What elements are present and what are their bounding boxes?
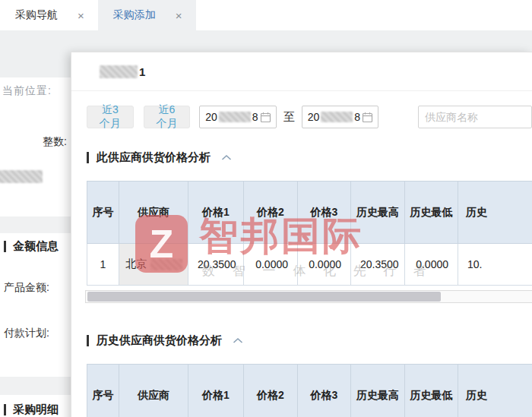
section-bar — [87, 335, 89, 346]
tab-procurement-add[interactable]: 采购添加 × — [98, 0, 196, 30]
col-header-price1: 价格1 — [188, 182, 244, 244]
field-label-integer: 整数: — [43, 135, 67, 149]
cell-index: 1 — [87, 244, 119, 286]
date-from-prefix: 20 — [205, 111, 217, 123]
date-to-input[interactable]: 20 8 — [302, 106, 378, 128]
date-to-prefix: 20 — [308, 111, 320, 123]
col-header-price3: 价格3 — [298, 365, 351, 417]
breadcrumb: 当前位置: — [2, 84, 52, 98]
section-current-supplier-analysis: 此供应商供货价格分析 — [87, 150, 532, 165]
last-3-months-button[interactable]: 近3个月 — [87, 106, 134, 128]
censored-date — [321, 112, 353, 122]
tab-label: 采购导航 — [15, 8, 58, 22]
horizontal-scrollbar-thumb[interactable] — [87, 292, 441, 302]
section-bar — [4, 241, 6, 252]
col-header-hist-min: 历史最低 — [405, 365, 458, 417]
tab-label: 采购添加 — [113, 8, 156, 22]
cell-supplier: 北京 — [119, 244, 188, 286]
col-header-hist-cut: 历史 — [458, 365, 532, 417]
calendar-icon[interactable] — [260, 112, 271, 123]
dialog-title: 1 — [71, 52, 532, 91]
col-header-hist-cut: 历史 — [458, 182, 532, 244]
date-to-suffix: 8 — [354, 111, 360, 123]
filter-row: 近3个月 近6个月 20 8 至 — [87, 106, 532, 128]
section-amount-info: 金额信息 — [4, 239, 59, 254]
col-header-price2: 价格2 — [244, 365, 298, 417]
col-header-supplier: 供应商 — [119, 365, 188, 417]
cell-price1: 20.3500 — [188, 244, 244, 286]
supplier-name-input[interactable] — [418, 106, 532, 128]
calendar-icon[interactable] — [362, 112, 373, 123]
section-bar — [4, 404, 6, 415]
col-header-price3: 价格3 — [298, 182, 351, 244]
table-row[interactable]: 1 北京 20.3500 0.0000 0.0000 20.3500 0.000… — [87, 244, 532, 286]
col-header-price1: 价格1 — [188, 365, 244, 417]
date-range-separator: 至 — [283, 110, 295, 125]
tab-procurement-nav[interactable]: 采购导航 × — [0, 0, 98, 30]
col-header-hist-min: 历史最低 — [405, 182, 458, 244]
price-analysis-dialog: 1 近3个月 近6个月 20 8 — [71, 52, 532, 417]
cell-hist-max: 20.3500 — [351, 244, 405, 286]
table-header-row: 序号 供应商 价格1 价格2 价格3 历史最高 历史最低 历史 — [87, 182, 532, 244]
censored-product-name — [100, 65, 138, 78]
col-header-price2: 价格2 — [244, 182, 298, 244]
section-history-supplier-analysis: 历史供应商供货价格分析 — [87, 333, 532, 348]
col-header-hist-max: 历史最高 — [351, 365, 405, 417]
dialog-title-suffix: 1 — [139, 65, 145, 78]
tab-close-icon[interactable]: × — [78, 10, 84, 21]
col-header-hist-max: 历史最高 — [351, 182, 405, 244]
tab-close-icon[interactable]: × — [176, 10, 182, 21]
screen: 采购导航 × 采购添加 × 当前位置: 整数: 金额信息 产品金额: 付款计划:… — [0, 0, 532, 417]
col-header-index: 序号 — [87, 365, 119, 417]
date-from-suffix: 8 — [252, 111, 258, 123]
cell-price2: 0.0000 — [244, 244, 298, 286]
dialog-body: 近3个月 近6个月 20 8 至 — [71, 91, 532, 417]
collapse-chevron-up-icon[interactable] — [221, 154, 232, 161]
censored-date — [219, 112, 251, 122]
history-supplier-price-table: 序号 供应商 价格1 价格2 价格3 历史最高 历史最低 历史 — [87, 364, 532, 417]
cell-hist-cut: 10. — [458, 244, 532, 286]
field-label-payment-plan: 付款计划: — [4, 327, 49, 340]
censored-supplier-name — [150, 259, 182, 270]
horizontal-scrollbar-track[interactable] — [85, 290, 532, 303]
col-header-supplier: 供应商 — [119, 182, 188, 244]
collapse-chevron-up-icon[interactable] — [233, 337, 243, 344]
cell-price3: 0.0000 — [298, 244, 351, 286]
section-bar — [87, 152, 89, 163]
date-from-input[interactable]: 20 8 — [199, 106, 276, 128]
cell-hist-min: 0.0000 — [405, 244, 458, 286]
section-purchase-detail: 采购明细 — [4, 403, 59, 417]
current-supplier-price-table: 序号 供应商 价格1 价格2 价格3 历史最高 历史最低 历史 1 北京 20.… — [87, 181, 532, 286]
censored-value — [0, 170, 43, 183]
last-6-months-button[interactable]: 近6个月 — [144, 106, 191, 128]
field-label-product-amount: 产品金额: — [4, 281, 49, 295]
tab-bar: 采购导航 × 采购添加 × — [0, 0, 532, 30]
table-header-row: 序号 供应商 价格1 价格2 价格3 历史最高 历史最低 历史 — [87, 365, 532, 417]
col-header-index: 序号 — [87, 182, 119, 244]
